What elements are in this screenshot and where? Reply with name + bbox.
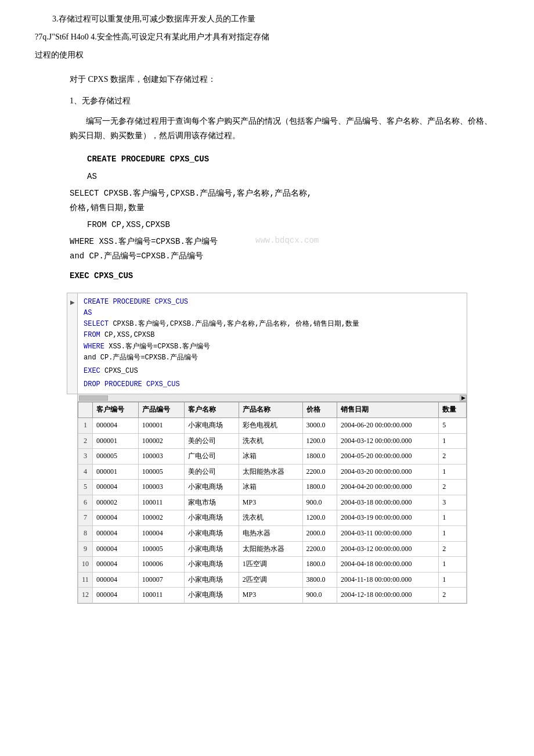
row-number: 6 [78,495,93,510]
cell-cust-name: 小家电商场 [184,572,239,588]
row-number: 7 [78,510,93,526]
cell-prod-id: 100007 [138,572,184,588]
cell-cust-id: 000001 [93,433,139,449]
cell-cust-id: 000004 [93,510,139,526]
table-row: 9000004100005小家电商场太阳能热水器2200.02004-03-12… [78,541,467,557]
cell-cust-name: 小家电商场 [184,588,239,603]
editor-line7: EXEC CPXS_CUS [84,366,461,377]
row-number: 10 [78,557,93,573]
cell-quantity: 1 [439,557,467,573]
cell-prod-id: 100011 [138,495,184,510]
editor-line5: WHERE XSS.客户编号=CPXSB.客户编号 [84,341,461,352]
code-line4: 价格,销售日期,数量 [70,201,499,215]
cell-cust-name: 广电公司 [184,449,239,465]
cell-cust-name: 美的公司 [184,433,239,449]
row-number: 11 [78,572,93,588]
col-header-custname: 客户名称 [184,402,239,418]
cell-prod-name: 2匹空调 [239,572,302,588]
cell-cust-name: 小家电商场 [184,417,239,433]
results-table-container: 客户编号 产品编号 客户名称 产品名称 价格 销售日期 数量 100000410… [77,402,467,604]
editor-line1: CREATE PROCEDURE CPXS_CUS [84,297,461,308]
table-row: 1000004100001小家电商场彩色电视机3000.02004-06-20 … [78,417,467,433]
cell-sale-date: 2004-03-12 00:00:00.000 [337,433,438,449]
horizontal-scrollbar[interactable]: ▶ [77,394,467,402]
cell-cust-name: 小家电商场 [184,510,239,526]
where-clause: XSS.客户编号=CPXSB.客户编号 [104,343,210,351]
cell-prod-name: MP3 [239,588,302,603]
cell-sale-date: 2004-11-18 00:00:00.000 [337,572,438,588]
cell-quantity: 2 [439,449,467,465]
cell-quantity: 1 [439,433,467,449]
cell-price: 1800.0 [302,449,337,465]
cell-prod-name: 1匹空调 [239,557,302,573]
cell-quantity: 1 [439,572,467,588]
cell-prod-name: 洗衣机 [239,510,302,526]
sql-editor[interactable]: CREATE PROCEDURE CPXS_CUS AS SELECT CPXS… [77,293,467,395]
table-header-row: 客户编号 产品编号 客户名称 产品名称 价格 销售日期 数量 [78,402,467,418]
keyword-as: AS [84,309,92,317]
code-line5: FROM CP,XSS,CPXSB [87,218,499,232]
row-number: 12 [78,588,93,603]
row-number: 1 [78,417,93,433]
results-table: 客户编号 产品编号 客户名称 产品名称 价格 销售日期 数量 100000410… [78,402,467,603]
cell-cust-name: 小家电商场 [184,541,239,557]
cell-quantity: 2 [439,480,467,495]
scrollbar-thumb[interactable] [79,395,108,401]
cell-prod-name: 冰箱 [239,480,302,495]
scroll-right-btn[interactable]: ▶ [460,395,467,401]
table-row: 3000005100003广电公司冰箱1800.02004-05-20 00:0… [78,449,467,465]
code-line8: EXEC CPXS_CUS [70,269,499,283]
keyword-select: SELECT [84,320,109,328]
table-row: 2000001100002美的公司洗衣机1200.02004-03-12 00:… [78,433,467,449]
cell-price: 3000.0 [302,417,337,433]
watermark: www.bdqcx.com [255,233,319,248]
cell-prod-id: 100005 [138,464,184,480]
cell-prod-id: 100004 [138,526,184,542]
section1-title: 1、无参存储过程 [70,93,499,108]
section1-desc: 编写一无参存储过程用于查询每个客户购买产品的情况（包括客户编号、产品编号、客户名… [70,114,499,143]
cell-quantity: 3 [439,495,467,510]
cell-price: 3800.0 [302,572,337,588]
cell-cust-id: 000004 [93,588,139,603]
cell-sale-date: 2004-05-20 00:00:00.000 [337,449,438,465]
col-header-custid: 客户编号 [93,402,139,418]
table-row: 7000004100002小家电商场洗衣机1200.02004-03-19 00… [78,510,467,526]
table-row: 5000004100003小家电商场冰箱1800.02004-04-20 00:… [78,480,467,495]
cell-cust-id: 000005 [93,449,139,465]
row-number: 3 [78,449,93,465]
editor-line4: FROM CP,XSS,CPXSB [84,330,461,341]
task-intro: 对于 CPXS 数据库，创建如下存储过程： [70,72,499,87]
cell-quantity: 2 [439,541,467,557]
cell-cust-id: 000004 [93,572,139,588]
cell-price: 1200.0 [302,510,337,526]
cell-price: 2000.0 [302,526,337,542]
table-row: 11000004100007小家电商场2匹空调3800.02004-11-18 … [78,572,467,588]
cell-cust-name: 小家电商场 [184,480,239,495]
keyword-where: WHERE [84,343,104,351]
cell-quantity: 1 [439,526,467,542]
row-number: 9 [78,541,93,557]
cell-sale-date: 2004-03-12 00:00:00.000 [337,541,438,557]
and-clause: and CP.产品编号=CPXSB.产品编号 [84,354,198,362]
cell-cust-name: 家电市场 [184,495,239,510]
exec-proc: CPXS_CUS [100,367,138,375]
cell-prod-name: 电热水器 [239,526,302,542]
margin-indicator: ▶ [67,299,78,305]
cell-prod-name: 洗衣机 [239,433,302,449]
cell-price: 2200.0 [302,464,337,480]
cell-quantity: 1 [439,510,467,526]
cell-price: 2200.0 [302,541,337,557]
col-header-prodname: 产品名称 [239,402,302,418]
cell-sale-date: 2004-03-20 00:00:00.000 [337,464,438,480]
keyword-drop: DROP PROCEDURE CPXS_CUS [84,380,180,388]
cell-prod-name: 太阳能热水器 [239,541,302,557]
code-line3: SELECT CPXSB.客户编号,CPXSB.产品编号,客户名称,产品名称, [70,186,499,201]
code-line7: and CP.产品编号=CPXSB.产品编号 [70,249,499,264]
cell-prod-name: 冰箱 [239,449,302,465]
editor-line8: DROP PROCEDURE CPXS_CUS [84,379,461,390]
col-header-price: 价格 [302,402,337,418]
cell-cust-id: 000004 [93,541,139,557]
cell-sale-date: 2004-03-19 00:00:00.000 [337,510,438,526]
cell-prod-name: 太阳能热水器 [239,464,302,480]
cell-price: 900.0 [302,588,337,603]
